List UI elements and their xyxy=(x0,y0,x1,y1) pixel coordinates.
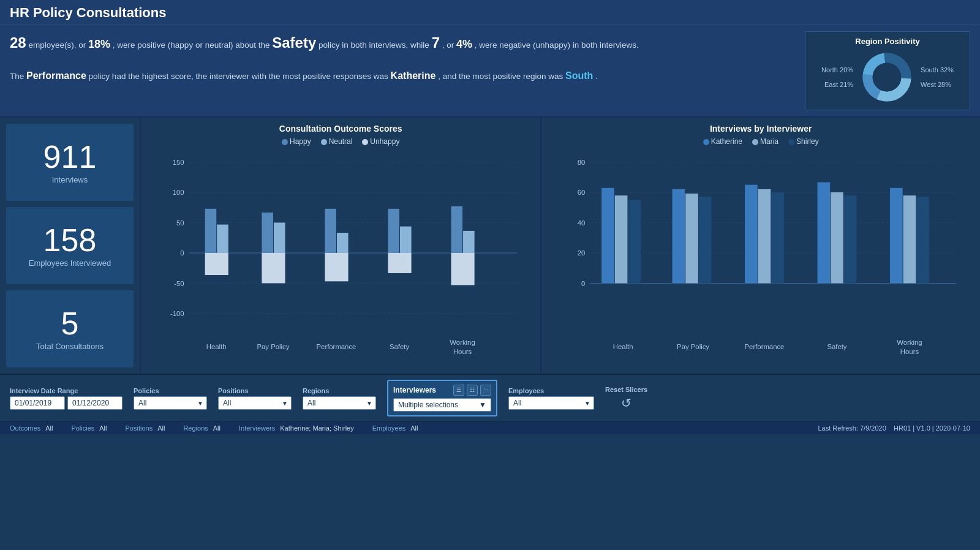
stat-consultations-label: Total Consultations xyxy=(36,342,104,351)
donut-labels-left: North 20% East 21% xyxy=(821,62,853,92)
summary-region: South xyxy=(565,70,593,81)
bar-work-unhappy xyxy=(451,253,474,285)
date-end-input[interactable] xyxy=(67,396,123,410)
stats-panel: 911 Interviews 158 Employees Interviewed… xyxy=(0,118,141,374)
employees-label: Employees xyxy=(508,387,594,394)
svg-text:0: 0 xyxy=(581,280,585,287)
summary-interviewer: Katherine xyxy=(391,70,436,81)
grid-icon-btn[interactable]: ☷ xyxy=(467,385,478,396)
region-positivity-title: Region Positivity xyxy=(812,37,963,46)
bar-h-maria xyxy=(615,195,628,283)
svg-text:Working: Working xyxy=(897,339,922,346)
svg-text:Safety: Safety xyxy=(827,343,847,350)
summary-num1: 28 xyxy=(10,34,26,51)
interviewers-label: Interviewers xyxy=(393,386,436,394)
employees-select[interactable]: All xyxy=(508,396,594,410)
positions-select[interactable]: All xyxy=(218,396,292,410)
status-policies-val: All xyxy=(99,424,107,432)
interviewers-box-header: Interviewers ☰ ☷ ⋯ xyxy=(393,385,491,396)
consultation-chart-legend: Happy Neutral Unhappy xyxy=(147,137,534,146)
summary-policy: Safety xyxy=(272,34,316,51)
filter-icon-btn[interactable]: ☰ xyxy=(453,385,464,396)
status-regions: Regions All xyxy=(183,424,221,432)
bar-pay-neutral xyxy=(274,223,285,253)
status-employees-val: All xyxy=(410,424,418,432)
status-outcomes-val: All xyxy=(45,424,53,432)
interviewers-box[interactable]: Interviewers ☰ ☷ ⋯ Multiple selections ▼ xyxy=(387,380,497,416)
status-interviewers-key: Interviewers xyxy=(239,424,275,432)
summary-num2: 7 xyxy=(432,34,440,51)
stat-card-employees: 158 Employees Interviewed xyxy=(6,207,134,284)
stat-interviews-number: 911 xyxy=(43,141,97,173)
bar-pp-katherine xyxy=(673,189,685,284)
main-area: 911 Interviews 158 Employees Interviewed… xyxy=(0,118,980,375)
date-range-label: Interview Date Range xyxy=(10,387,123,394)
svg-text:Performance: Performance xyxy=(745,343,785,350)
page-header: HR Policy Consultations xyxy=(0,0,980,25)
consultation-chart-title: Consultation Outcome Scores xyxy=(147,124,534,134)
bar-health-neutral xyxy=(217,225,228,253)
svg-text:Hours: Hours xyxy=(453,348,472,355)
summary-pct1: 18% xyxy=(88,38,110,50)
date-start-input[interactable] xyxy=(10,396,65,410)
svg-text:50: 50 xyxy=(176,219,184,227)
consultation-chart-svg-wrap: 150 100 50 0 -50 -100 Health xyxy=(147,149,534,358)
status-regions-key: Regions xyxy=(183,424,208,432)
bar-pay-unhappy xyxy=(262,253,285,283)
svg-text:Health: Health xyxy=(206,343,227,350)
regions-label: Regions xyxy=(303,387,376,394)
employees-select-wrap: All ▼ xyxy=(508,396,594,410)
last-refresh: Last Refresh: 7/9/2020 xyxy=(818,424,886,432)
positions-label: Positions xyxy=(218,387,292,394)
status-interviewers-val: Katherine; Maria; Shirley xyxy=(280,424,353,432)
donut-labels-right: South 32% West 28% xyxy=(921,62,954,92)
interviewer-chart-svg-wrap: 80 60 40 20 0 Health Pay Policy xyxy=(548,149,974,358)
stat-consultations-number: 5 xyxy=(61,307,79,339)
status-outcomes: Outcomes All xyxy=(10,424,53,432)
bar-s-shirley xyxy=(844,195,857,283)
svg-text:40: 40 xyxy=(578,219,586,227)
stat-interviews-label: Interviews xyxy=(52,175,88,184)
svg-text:Hours: Hours xyxy=(900,348,919,355)
version-info: HR01 | V1.0 | 2020-07-10 xyxy=(894,424,970,432)
interviewer-chart-area: Interviews by Interviewer Katherine Mari… xyxy=(541,118,980,374)
svg-point-5 xyxy=(873,63,902,92)
bar-health-happy xyxy=(205,209,217,253)
interviewers-multi-select[interactable]: Multiple selections ▼ xyxy=(393,398,491,412)
status-policies: Policies All xyxy=(71,424,107,432)
status-positions-val: All xyxy=(157,424,165,432)
policies-select[interactable]: All xyxy=(134,396,207,410)
employees-group: Employees All ▼ xyxy=(508,387,594,410)
bar-perf-katherine xyxy=(745,185,758,284)
bar-work-neutral xyxy=(463,231,475,253)
reset-slicers-button[interactable]: Reset Slicers ↺ xyxy=(605,386,647,410)
status-regions-val: All xyxy=(213,424,221,432)
date-range-group: Interview Date Range xyxy=(10,387,123,410)
regions-select-wrap: All ▼ xyxy=(303,396,376,410)
stat-employees-number: 158 xyxy=(43,224,97,256)
regions-select[interactable]: All xyxy=(303,396,376,410)
bar-h-katherine xyxy=(602,188,615,284)
shirley-legend-dot xyxy=(788,139,794,145)
bar-perf-happy xyxy=(325,209,336,253)
policies-select-wrap: All ▼ xyxy=(134,396,207,410)
summary-text: 28 employee(s), or 18% , were positive (… xyxy=(10,31,799,110)
maria-legend-dot xyxy=(752,139,758,145)
katherine-legend-dot xyxy=(703,139,709,145)
bar-h-shirley xyxy=(628,200,641,283)
status-employees-key: Employees xyxy=(372,424,405,432)
interviewer-chart-svg: 80 60 40 20 0 Health Pay Policy xyxy=(548,149,974,358)
svg-text:0: 0 xyxy=(180,249,184,257)
date-inputs xyxy=(10,396,123,410)
bar-perf-maria xyxy=(758,189,771,284)
more-icon-btn[interactable]: ⋯ xyxy=(480,385,491,396)
bar-w-maria xyxy=(903,195,916,283)
policies-group: Policies All ▼ xyxy=(134,387,207,410)
svg-text:150: 150 xyxy=(173,159,184,166)
policies-label: Policies xyxy=(134,387,207,394)
svg-text:Health: Health xyxy=(613,343,633,350)
donut-area: North 20% East 21% South 32% We xyxy=(812,50,963,105)
svg-text:-100: -100 xyxy=(170,310,184,317)
bar-s-katherine xyxy=(818,183,831,284)
reset-slicers-label: Reset Slicers xyxy=(605,386,647,393)
